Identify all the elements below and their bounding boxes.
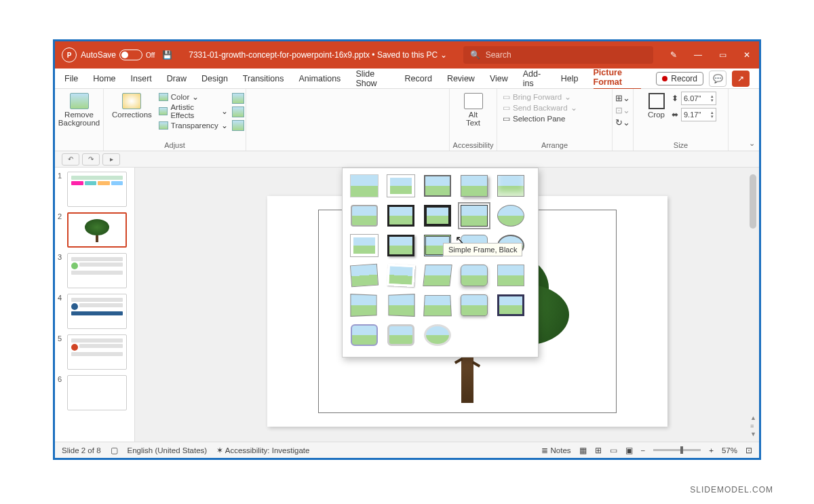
style-option[interactable] [423, 265, 452, 286]
tab-addins[interactable]: Add-ins [523, 69, 546, 88]
crop-button[interactable]: Crop [645, 92, 667, 120]
slide-sorter-button[interactable]: ⊞ [595, 446, 602, 455]
reset-picture-icon[interactable] [232, 120, 244, 131]
coming-soon-icon[interactable]: ✎ [661, 41, 686, 69]
style-option[interactable] [497, 175, 524, 197]
style-option[interactable] [351, 175, 378, 197]
corrections-label: Corrections [112, 111, 152, 119]
style-option[interactable] [423, 295, 452, 316]
autosave-toggle[interactable]: AutoSave Off [81, 50, 155, 60]
slideshow-button[interactable]: ▣ [625, 446, 633, 455]
accessibility-indicator[interactable]: ✶ Accessibility: Investigate [216, 446, 309, 455]
comments-button[interactable]: 💬 [709, 71, 726, 87]
start-from-beginning-button[interactable]: ▸ [102, 153, 120, 166]
style-option[interactable] [387, 264, 415, 287]
scrollbar[interactable] [750, 174, 756, 229]
height-input[interactable]: ⬍ 6.07"▴▾ [672, 92, 716, 105]
style-option[interactable] [351, 235, 378, 256]
alt-text-button[interactable]: Alt Text [461, 92, 486, 128]
style-option[interactable] [387, 235, 414, 256]
thumbnail-5[interactable]: 5 [58, 334, 132, 370]
thumbnail-1[interactable]: 1 [58, 172, 132, 207]
nav-arrows[interactable]: ▲≡▼ [750, 414, 756, 438]
normal-view-button[interactable]: ▦ [579, 446, 587, 455]
transparency-button[interactable]: Transparency ⌄ [159, 120, 228, 131]
record-button[interactable]: Record [656, 72, 703, 85]
remove-background-button[interactable]: Remove Background [56, 92, 102, 128]
tab-animations[interactable]: Animations [299, 74, 341, 83]
reading-view-button[interactable]: ▭ [610, 446, 617, 455]
style-option[interactable] [424, 324, 451, 346]
corrections-button[interactable]: Corrections [109, 92, 155, 131]
color-button[interactable]: Color ⌄ [159, 92, 228, 102]
thumbnail-4[interactable]: 4 [58, 294, 132, 329]
undo-button[interactable]: ↶ [62, 153, 79, 166]
maximize-button[interactable]: ▭ [710, 41, 735, 69]
rotate-icon[interactable]: ↻⌄ [615, 117, 630, 128]
thumbnail-6[interactable]: 6 [58, 375, 132, 410]
selection-pane-label: Selection Pane [513, 115, 565, 123]
style-option[interactable] [387, 175, 414, 197]
width-input[interactable]: ⬌ 9.17"▴▾ [672, 108, 716, 121]
style-option[interactable] [387, 324, 414, 346]
style-option[interactable] [497, 294, 524, 316]
style-option[interactable] [350, 294, 376, 317]
style-simple-frame-black[interactable] [461, 205, 488, 227]
save-icon[interactable]: 💾 [155, 41, 179, 69]
tab-review[interactable]: Review [447, 74, 475, 83]
tab-file[interactable]: File [64, 74, 78, 83]
tab-draw[interactable]: Draw [167, 74, 187, 83]
style-option[interactable] [424, 205, 451, 227]
tab-picture-format[interactable]: Picture Format [594, 68, 642, 90]
style-option[interactable] [461, 265, 488, 286]
style-option[interactable] [351, 324, 378, 346]
tab-design[interactable]: Design [201, 74, 228, 83]
tab-view[interactable]: View [490, 74, 508, 83]
close-button[interactable]: ✕ [735, 41, 759, 69]
toggle-switch[interactable] [119, 50, 142, 60]
tab-transitions[interactable]: Transitions [243, 74, 284, 83]
thumbnail-3[interactable]: 3 [58, 253, 132, 288]
redo-button[interactable]: ↷ [82, 153, 100, 166]
language-indicator[interactable]: English (United States) [128, 446, 208, 454]
style-option[interactable] [424, 175, 451, 197]
compress-icon[interactable] [232, 93, 244, 104]
style-option[interactable] [461, 294, 488, 316]
tab-insert[interactable]: Insert [131, 74, 152, 83]
style-option[interactable] [350, 264, 379, 288]
style-option[interactable] [497, 205, 524, 227]
width-icon: ⬌ [672, 110, 678, 119]
style-option[interactable] [461, 175, 488, 197]
zoom-out-button[interactable]: − [641, 446, 646, 454]
tab-help[interactable]: Help [561, 74, 579, 83]
slide-indicator[interactable]: Slide 2 of 8 [62, 446, 101, 454]
bring-forward-label: Bring Forward [513, 93, 562, 101]
align-icon[interactable]: ⊞⌄ [615, 93, 630, 103]
notes-button[interactable]: ≣ Notes [541, 446, 570, 455]
style-option[interactable] [497, 265, 524, 286]
style-option[interactable] [387, 205, 414, 227]
spellcheck-icon[interactable]: ▢ [111, 446, 118, 455]
tab-slideshow[interactable]: Slide Show [355, 69, 389, 88]
group-icon[interactable]: ⊡⌄ [615, 105, 630, 115]
thumbnail-2[interactable]: 2 [58, 212, 132, 248]
selection-pane-button[interactable]: ▭ Selection Pane [503, 113, 606, 124]
share-button[interactable]: ↗ [732, 71, 750, 87]
tab-home[interactable]: Home [93, 74, 115, 83]
fit-to-window-button[interactable]: ⊡ [745, 446, 752, 455]
search-input[interactable]: 🔍 Search [463, 46, 653, 64]
minimize-button[interactable]: — [686, 41, 710, 69]
watermark: SLIDEMODEL.COM [690, 485, 773, 495]
bring-forward-button[interactable]: ▭ Bring Forward ⌄ [503, 92, 606, 102]
zoom-level[interactable]: 57% [722, 446, 737, 454]
style-option[interactable] [351, 205, 378, 227]
change-picture-icon[interactable] [232, 106, 244, 117]
zoom-in-button[interactable]: + [709, 446, 714, 454]
artistic-effects-button[interactable]: Artistic Effects ⌄ [159, 102, 228, 120]
collapse-ribbon-button[interactable]: ⌄ [749, 139, 755, 148]
send-backward-button[interactable]: ▭ Send Backward ⌄ [503, 102, 606, 113]
tab-record[interactable]: Record [405, 74, 432, 83]
zoom-slider[interactable] [653, 449, 701, 451]
style-option[interactable] [388, 294, 414, 317]
thumb-num: 3 [58, 253, 64, 288]
